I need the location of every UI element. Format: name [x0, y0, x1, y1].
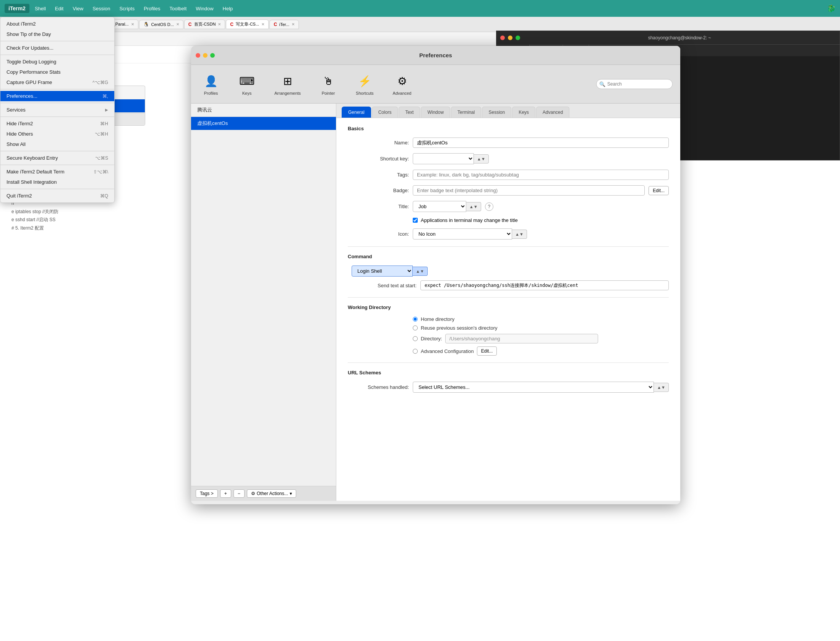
tab-close-3[interactable]: ✕	[176, 22, 179, 26]
submenu-arrow-icon: ▶	[105, 108, 108, 112]
url-section-title: URL Schemes	[348, 370, 669, 376]
menu-item-default[interactable]: Make iTerm2 Default Term ⇧⌥⌘\	[0, 167, 114, 177]
wd-home-label: Home directory	[421, 316, 454, 322]
badge-edit-button[interactable]: Edit...	[649, 186, 669, 195]
tab-close-2[interactable]: ✕	[131, 22, 134, 26]
menu-window[interactable]: Window	[192, 4, 217, 13]
wd-advanced-radio[interactable]	[413, 349, 418, 354]
prefs-zoom-button[interactable]	[210, 53, 215, 58]
menu-item-perf[interactable]: Copy Performance Stats	[0, 67, 114, 77]
menu-toolbelt[interactable]: Toolbelt	[166, 4, 191, 13]
toolbar-advanced[interactable]: ⚙ Advanced	[389, 70, 415, 98]
sidebar-tags-button[interactable]: Tags >	[196, 489, 218, 498]
app-name[interactable]: iTerm2	[5, 4, 29, 13]
toolbar-arrangements[interactable]: ⊞ Arrangements	[271, 70, 305, 98]
prefs-close-button[interactable]	[196, 53, 200, 58]
badge-input[interactable]	[413, 185, 645, 196]
tab-keys[interactable]: Keys	[512, 107, 535, 118]
menu-item-secure[interactable]: Secure Keyboard Entry ⌥⌘S	[0, 153, 114, 163]
title-help-button[interactable]: ?	[485, 202, 493, 211]
search-input[interactable]	[596, 79, 673, 89]
menu-profiles[interactable]: Profiles	[140, 4, 164, 13]
traffic-light-green[interactable]	[516, 36, 520, 40]
traffic-light-red[interactable]	[500, 36, 505, 40]
tags-row: Tags:	[348, 170, 669, 180]
menu-item-prefs[interactable]: Preferences... ⌘,	[0, 91, 114, 101]
wd-home-radio[interactable]	[413, 317, 418, 322]
icon-row: Icon: No Icon ▲▼	[348, 228, 669, 240]
sidebar-item-1[interactable]: 虚拟机centOs	[191, 117, 336, 130]
wd-directory-input[interactable]	[445, 334, 598, 343]
menu-shell[interactable]: Shell	[31, 4, 50, 13]
tab-advanced[interactable]: Advanced	[536, 107, 569, 118]
tab-terminal[interactable]: Terminal	[451, 107, 481, 118]
tags-label: Tags:	[348, 172, 409, 178]
menu-item-quit[interactable]: Quit iTerm2 ⌘Q	[0, 191, 114, 201]
menu-item-hide[interactable]: Hide iTerm2 ⌘H	[0, 118, 114, 129]
tab-session[interactable]: Session	[482, 107, 511, 118]
apps-change-title-label: Applications in terminal may change the …	[421, 217, 518, 223]
wd-directory-radio[interactable]	[413, 336, 418, 341]
dropdown-menu: About iTerm2 Show Tip of the Day Check F…	[0, 17, 115, 203]
toolbar-pointer[interactable]: 🖱 Pointer	[316, 70, 341, 98]
wd-advanced-edit-button[interactable]: Edit...	[477, 346, 497, 356]
separator-7	[0, 165, 114, 165]
apps-change-title-checkbox[interactable]	[413, 218, 418, 223]
icon-label: Icon:	[348, 231, 409, 237]
title-select[interactable]: Job	[413, 201, 466, 212]
menu-item-services[interactable]: Services ▶	[0, 105, 114, 115]
browser-tab-4[interactable]: C 首页-CSDN ✕	[184, 19, 225, 29]
tab-close-5[interactable]: ✕	[261, 22, 264, 26]
sidebar-other-actions-button[interactable]: ⚙ Other Actions... ▾	[247, 489, 296, 498]
toolbar-shortcuts[interactable]: ⚡ Shortcuts	[352, 70, 377, 98]
menu-item-about[interactable]: About iTerm2	[0, 19, 114, 29]
menu-item-debug[interactable]: Toggle Debug Logging	[0, 57, 114, 67]
command-select[interactable]: Login Shell	[352, 265, 413, 277]
traffic-light-yellow[interactable]	[508, 36, 512, 40]
tab-general[interactable]: General	[342, 107, 371, 118]
sidebar-item-0[interactable]: 腾讯云	[191, 104, 336, 117]
menu-scripts[interactable]: Scripts	[115, 4, 138, 13]
sidebar-remove-button[interactable]: −	[234, 489, 245, 498]
radio-reuse: Reuse previous session's directory	[413, 325, 669, 331]
prefs-minimize-button[interactable]	[203, 53, 208, 58]
send-text-label: Send text at start:	[348, 283, 417, 288]
tab-close-6[interactable]: ✕	[292, 22, 295, 26]
menu-help[interactable]: Help	[219, 4, 237, 13]
browser-tab-3[interactable]: 🐧 CentOS D... ✕	[139, 20, 183, 29]
menu-edit[interactable]: Edit	[51, 4, 67, 13]
toolbar-arrangements-label: Arrangements	[274, 91, 301, 96]
menu-item-hide-others[interactable]: Hide Others ⌥⌘H	[0, 129, 114, 139]
send-text-input[interactable]	[420, 280, 669, 290]
menu-item-gpu[interactable]: Capture GPU Frame ^⌥⌘G	[0, 77, 114, 87]
wd-reuse-radio[interactable]	[413, 325, 418, 330]
name-label: Name:	[348, 140, 409, 146]
menu-session[interactable]: Session	[89, 4, 114, 13]
menubar: iTerm2 Shell Edit View Session Scripts P…	[0, 0, 840, 17]
tab-close-4[interactable]: ✕	[218, 22, 221, 26]
sidebar-add-button[interactable]: +	[220, 489, 231, 498]
shortcut-key-select[interactable]	[413, 153, 474, 164]
shortcut-secure: ⌥⌘S	[95, 155, 108, 161]
browser-tab-6[interactable]: C iTer... ✕	[269, 20, 299, 29]
tab-text[interactable]: Text	[399, 107, 420, 118]
menu-item-updates[interactable]: Check For Updates...	[0, 43, 114, 53]
name-input[interactable]	[413, 138, 669, 148]
menu-item-tip[interactable]: Show Tip of the Day	[0, 29, 114, 39]
toolbar-keys[interactable]: ⌨ Keys	[235, 70, 259, 98]
browser-tab-5[interactable]: C 写文章-CS... ✕	[226, 19, 269, 29]
toolbar-profiles[interactable]: 👤 Profiles	[199, 70, 223, 98]
tags-input[interactable]	[413, 170, 669, 180]
shortcut-prefs: ⌘,	[102, 94, 108, 99]
radio-directory: Directory:	[413, 334, 669, 343]
menu-item-shell-integration[interactable]: Install Shell Integration	[0, 177, 114, 187]
tab-label-4: 首页-CSDN	[194, 21, 216, 27]
menu-item-show-all[interactable]: Show All	[0, 139, 114, 149]
tab-colors[interactable]: Colors	[372, 107, 398, 118]
icon-select[interactable]: No Icon	[413, 228, 512, 240]
tab-window[interactable]: Window	[421, 107, 450, 118]
url-schemes-select[interactable]: Select URL Schemes...	[413, 382, 654, 393]
menu-view[interactable]: View	[69, 4, 87, 13]
general-tab-content: Basics Name: Shortcut key: ▲▼	[336, 118, 680, 400]
preferences-panel: Preferences 👤 Profiles ⌨ Keys ⊞ Arrangem…	[191, 46, 680, 504]
